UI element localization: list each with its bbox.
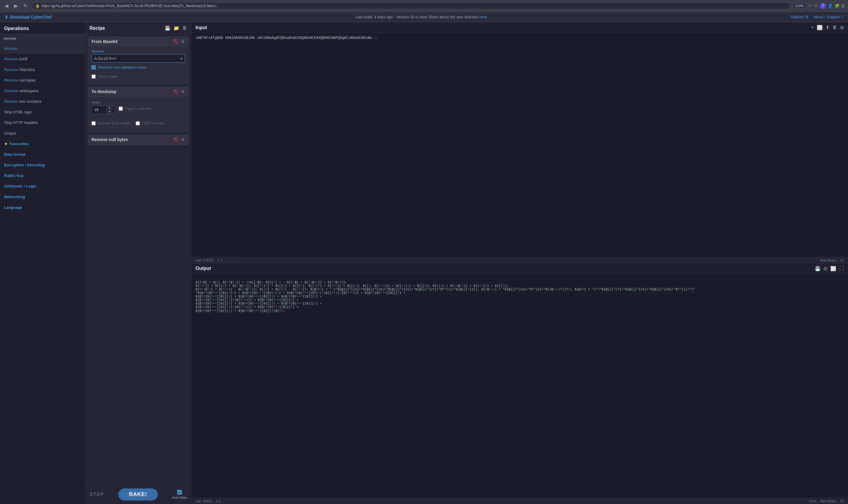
op-highlight: remove xyxy=(4,46,17,51)
output-title: Output xyxy=(196,266,211,271)
strict-mode-row: Strict mode xyxy=(92,72,185,81)
clear-input-button[interactable]: 🗑 xyxy=(832,25,837,30)
sidebar-item-remove-diacritics[interactable]: Remove Diacritics xyxy=(0,65,85,75)
width-input[interactable] xyxy=(92,106,107,113)
sidebar-item-remove[interactable]: remove xyxy=(0,43,85,54)
remove-non-alphabet-checkbox[interactable] xyxy=(92,65,96,70)
import-input-button[interactable]: ⬆ xyxy=(826,25,829,30)
sidebar-item-unique[interactable]: Unique xyxy=(0,128,85,139)
include-final-length-row: Include final length xyxy=(92,119,130,128)
save-recipe-button[interactable]: 💾 xyxy=(165,25,170,31)
disable-op-button[interactable]: 🚫 xyxy=(174,39,178,44)
support-label: About / Support xyxy=(813,15,840,19)
output-cursor: ↵ xyxy=(283,309,285,313)
auto-bake-checkbox[interactable] xyxy=(177,490,182,494)
format-options-row: Include final length UNIX format xyxy=(92,118,185,129)
width-row: Width ▲ ▼ Upper case hex xyxy=(92,100,185,115)
fullscreen-output-button[interactable]: ⛶ xyxy=(839,266,844,271)
support-button[interactable]: About / Support ? xyxy=(813,15,843,19)
include-final-length-checkbox[interactable] xyxy=(92,121,96,125)
here-link[interactable]: here xyxy=(479,15,487,19)
puzzle-icon[interactable]: 🧩 xyxy=(834,3,840,8)
section-label: Public Key xyxy=(4,174,23,178)
recipe-header-icons: 💾 📁 🗑 xyxy=(165,25,187,31)
op-block-to-hexdump: To Hexdump 🚫 ⏸ Width ▲ xyxy=(88,87,189,132)
sidebar-section-favourites[interactable]: ★ Favourites xyxy=(0,139,85,149)
sidebar-item-remove-exif[interactable]: Remove EXIF xyxy=(0,54,85,65)
sidebar-item-strip-http-headers[interactable]: Strip HTTP headers xyxy=(0,118,85,128)
op-block-to-hexdump-icons: 🚫 ⏸ xyxy=(174,89,185,94)
shield-icon[interactable]: 🛡 xyxy=(814,3,818,8)
sidebar-section-arithmetic[interactable]: Arithmetic / Logic xyxy=(0,181,85,192)
clear-recipe-button[interactable]: 🗑 xyxy=(182,25,187,31)
op-block-from-base64-icons: 🚫 ⏸ xyxy=(174,39,185,44)
sidebar-item-remove-whitespace[interactable]: Remove whitespace xyxy=(0,86,85,96)
bake-button[interactable]: BAKE! xyxy=(119,488,158,501)
sidebar-item-remove-null-bytes[interactable]: Remove null bytes xyxy=(0,75,85,86)
input-textarea[interactable]: JAB7AFsAfgBAA H0AIAA9ACAAJAA oACkA0wAgAC… xyxy=(192,33,848,257)
remove-non-alphabet-label: Remove non-alphabet chars xyxy=(98,65,146,70)
sidebar-section-data-format[interactable]: Data format xyxy=(0,149,85,160)
sidebar-item-remove-line-numbers[interactable]: Remove line numbers xyxy=(0,96,85,107)
back-button[interactable]: ◀ xyxy=(3,2,10,10)
output-lines-icon: ≡ xyxy=(216,499,218,503)
output-text-area: ${[~@} = $(); ${!!@!!]} = ++${[~@}; ${[[… xyxy=(192,274,848,498)
recipe-header: Recipe 💾 📁 🗑 xyxy=(85,22,191,34)
op-block-from-base64-body: Alphabet A-Za-z0-9+/= Remove non-alphabe… xyxy=(88,47,188,84)
options-label: Options xyxy=(791,15,804,19)
unix-format-checkbox[interactable] xyxy=(136,121,140,125)
op-rest: Diacritics xyxy=(18,68,35,72)
op-highlight: Remove xyxy=(4,57,18,61)
expand-input-button[interactable]: ⬜ xyxy=(817,25,823,30)
save-output-button[interactable]: 💾 xyxy=(815,266,820,271)
output-char-count: 65914 xyxy=(203,499,212,503)
strict-mode-checkbox[interactable] xyxy=(92,74,96,78)
upper-case-hex-checkbox[interactable] xyxy=(119,107,123,111)
sidebar-section-networking[interactable]: Networking xyxy=(0,192,85,202)
disable-hexdump-button[interactable]: 🚫 xyxy=(174,89,178,94)
disable-null-bytes-button[interactable]: 🚫 xyxy=(174,137,178,142)
alphabet-select[interactable]: A-Za-z0-9+/= xyxy=(92,54,185,63)
load-recipe-button[interactable]: 📁 xyxy=(174,25,179,31)
url-bar[interactable]: 🔒 https://gchq.github.io/CyberChef/#reci… xyxy=(32,2,790,10)
profile-icon[interactable]: 7 xyxy=(820,3,826,9)
refresh-button[interactable]: ↻ xyxy=(22,2,29,10)
width-up-button[interactable]: ▲ xyxy=(107,106,112,110)
menu-icon[interactable]: ☰ xyxy=(841,3,845,8)
star-icon[interactable]: ☆ xyxy=(808,3,812,8)
sidebar-item-strip-html-tags[interactable]: Strip HTML tags xyxy=(0,107,85,118)
op-title-remove-null-bytes: Remove null bytes xyxy=(92,137,128,142)
zoom-level[interactable]: 110% xyxy=(793,3,806,9)
step-button[interactable]: STEP xyxy=(90,492,104,497)
sidebar-section-encryption[interactable]: Encryption / Encoding xyxy=(0,160,85,170)
op-highlight: Remove xyxy=(4,78,18,83)
recipe-panel: Recipe 💾 📁 🗑 From Base64 🚫 ⏸ Alphabet xyxy=(85,22,192,504)
input-status-bar: mac 175772 ≡ 1 ....... Raw Bytes LF xyxy=(192,257,848,263)
copy-output-button[interactable]: ⊞ xyxy=(824,266,827,271)
brand-area[interactable]: ⬇ Download CyberChef xyxy=(5,15,52,19)
char-count: 175772 xyxy=(203,258,214,262)
avatar-icon[interactable]: 👤 xyxy=(828,3,833,8)
op-rest: whitespace xyxy=(18,89,39,93)
grid-input-button[interactable]: ⊞ xyxy=(840,25,844,30)
op-text: Unique xyxy=(4,131,16,136)
output-mac-label: mac xyxy=(196,499,202,503)
remove-non-alphabet-row: Remove non-alphabet chars xyxy=(92,63,185,72)
pause-op-button[interactable]: ⏸ xyxy=(181,39,185,44)
alphabet-label: Alphabet xyxy=(92,50,185,53)
forward-button[interactable]: ▶ xyxy=(12,2,19,10)
options-button[interactable]: Options ⚙ xyxy=(791,15,809,19)
pause-hexdump-button[interactable]: ⏸ xyxy=(181,89,185,94)
expand-output-button[interactable]: ⬜ xyxy=(830,266,836,271)
width-down-button[interactable]: ▼ xyxy=(107,110,112,114)
pause-null-bytes-button[interactable]: ⏸ xyxy=(181,137,185,142)
search-input[interactable] xyxy=(0,34,85,43)
auto-bake-area: Auto Bake xyxy=(172,490,187,499)
op-text: Strip HTML tags xyxy=(4,110,32,114)
sidebar-section-language[interactable]: Language xyxy=(0,202,85,213)
op-block-to-hexdump-header: To Hexdump 🚫 ⏸ xyxy=(88,87,188,96)
input-header: Input + ⬜ ⬆ 🗑 ⊞ xyxy=(192,22,848,33)
add-input-button[interactable]: + xyxy=(811,25,814,30)
sidebar-section-public-key[interactable]: Public Key xyxy=(0,170,85,181)
line-count: 1 xyxy=(221,258,222,262)
